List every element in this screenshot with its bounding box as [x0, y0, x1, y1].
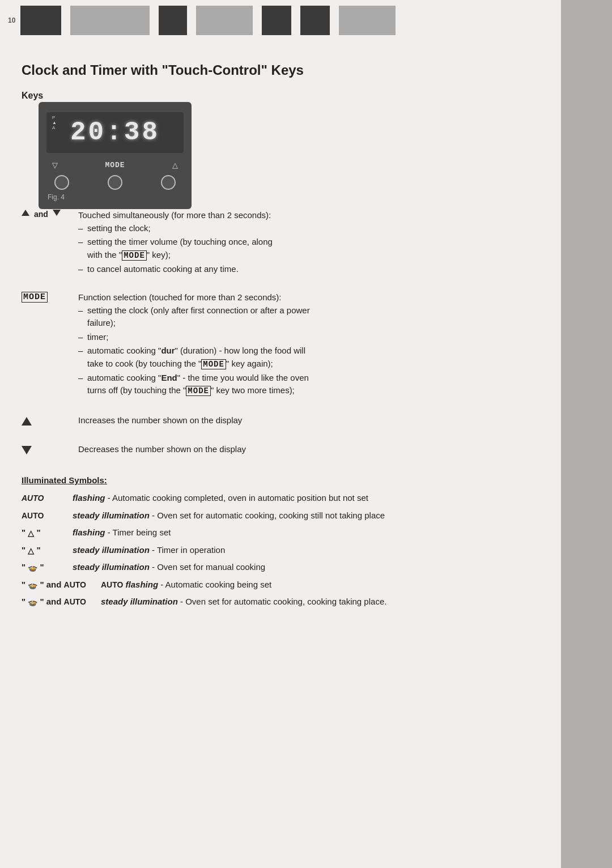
header-block-gap-6 [332, 6, 337, 35]
header-block-sequence [20, 6, 396, 35]
key-row-up-down: and Touched simultaneously (for more tha… [22, 209, 550, 276]
keys-section: Keys P ▲ A 20:38 ▽ MODE [22, 91, 550, 462]
single-key-desc-up: Increases the number shown on the displa… [78, 414, 242, 427]
btn-down-label: ▽ [52, 161, 58, 169]
header-block-gap-3 [189, 6, 194, 35]
illu-style-6: flashing [126, 580, 159, 589]
illu-desc-4: steady illumination - Timer in operation [73, 544, 550, 557]
pot-icon-3: 🍲 [28, 598, 37, 607]
btn-down-area: ▽ [52, 161, 58, 169]
indicator-a: A [52, 126, 57, 130]
illu-style-7: steady illumination [101, 597, 178, 606]
auto-badge-4: AUTO [64, 597, 86, 606]
illu-sym-6: " 🍲 " and AUTO [22, 578, 101, 592]
mode-sym-inline-1: MODE [122, 250, 147, 261]
key-symbol-mode: MODE [22, 291, 78, 303]
illu-sym-2: AUTO [22, 509, 73, 522]
key-symbol-up-down: and [22, 209, 78, 219]
indicator-p: P [52, 116, 57, 120]
page-title: Clock and Timer with "Touch-Control" Key… [22, 62, 550, 78]
single-key-row-down: Decreases the number shown on the displa… [22, 443, 550, 456]
illu-row-3: " △ " flashing - Timer being set [22, 526, 550, 539]
auto-label-6: AUTO [101, 580, 123, 589]
mode-sym-inline-2: MODE [201, 359, 226, 369]
single-key-sym-down [22, 443, 78, 456]
circle-center [108, 175, 122, 190]
circle-right [161, 175, 176, 190]
triangle-down-large-icon [22, 446, 32, 454]
btn-up-label: △ [172, 161, 178, 169]
and-text: and [32, 210, 50, 219]
auto-badge-1: AUTO [22, 493, 44, 503]
triangle-up-large-icon [22, 417, 32, 426]
illu-row-2: AUTO steady illumination - Oven set for … [22, 509, 550, 522]
header-block-2 [70, 6, 150, 35]
auto-badge-2: AUTO [22, 511, 44, 520]
illu-style-4: steady illumination [73, 545, 150, 555]
header-block-4 [196, 6, 253, 35]
mode-desc-item-2: timer; [78, 331, 322, 344]
illuminated-title: Illuminated Symbols: [22, 475, 550, 485]
key-desc-item-3: to cancel automatic cooking at any time. [78, 263, 550, 276]
illu-style-3: flashing [73, 527, 105, 537]
key-desc-up-down: Touched simultaneously (for more than 2 … [78, 209, 550, 276]
figure-area: P ▲ A 20:38 ▽ MODE △ [39, 102, 192, 209]
illu-row-6: " 🍲 " and AUTO AUTO flashing - Automatic… [22, 578, 550, 592]
mode-symbol: MODE [22, 292, 48, 303]
triangle-down-icon [53, 210, 61, 216]
dur-bold: dur [161, 346, 175, 355]
figure-label: Fig. 4 [46, 193, 184, 201]
illu-sym-7: " 🍲 " and AUTO [22, 595, 101, 609]
illu-style-2: steady illumination [73, 510, 150, 520]
illu-row-4: " △ " steady illumination - Timer in ope… [22, 544, 550, 557]
display-box: P ▲ A 20:38 ▽ MODE △ [39, 102, 192, 209]
illu-row-7: " 🍲 " and AUTO steady illumination - Ove… [22, 595, 550, 609]
display-time: 20:38 [70, 118, 160, 147]
page-number: 10 [8, 16, 15, 24]
mode-desc-list: setting the clock (only after first conn… [78, 304, 322, 398]
header-block-5 [262, 6, 291, 35]
illu-desc-2: steady illumination - Oven set for autom… [73, 509, 550, 522]
header-block-3 [159, 6, 187, 35]
illu-desc-1: flashing - Automatic cooking completed, … [73, 492, 550, 505]
mode-desc-item-1: setting the clock (only after first conn… [78, 304, 322, 330]
header-bar: 10 [0, 0, 612, 41]
btn-mode-label: MODE [105, 161, 125, 169]
main-content: Clock and Timer with "Touch-Control" Key… [0, 41, 612, 636]
illu-row-1: AUTO flashing - Automatic cooking comple… [22, 492, 550, 505]
keys-label: Keys [22, 91, 550, 101]
circle-left [54, 175, 69, 190]
btn-mode-area: MODE [105, 161, 125, 169]
display-circles [46, 175, 184, 190]
mode-desc-item-4: automatic cooking "End" - the time you w… [78, 372, 322, 398]
display-indicators: P ▲ A [52, 116, 57, 130]
illuminated-section: Illuminated Symbols: AUTO flashing - Aut… [22, 475, 550, 609]
single-key-row-up: Increases the number shown on the displa… [22, 414, 550, 427]
key-desc-list: setting the clock; setting the timer vol… [78, 222, 550, 276]
pot-icon-1: 🍲 [28, 563, 37, 572]
illu-desc-3: flashing - Timer being set [73, 526, 550, 539]
header-block-7 [339, 6, 396, 35]
header-block-gap-5 [294, 6, 298, 35]
illu-sym-4: " △ " [22, 544, 73, 557]
end-bold: End [161, 373, 177, 382]
mode-desc-intro: Function selection (touched for more tha… [78, 292, 282, 302]
pot-icon-2: 🍲 [28, 580, 37, 589]
single-key-desc-down: Decreases the number shown on the displa… [78, 443, 246, 456]
btn-up-area: △ [172, 161, 178, 169]
auto-badge-3: AUTO [64, 580, 86, 589]
illu-desc-7: steady illumination - Oven set for autom… [101, 595, 550, 609]
header-block-gap-2 [152, 6, 156, 35]
illu-desc-6: AUTO flashing - Automatic cooking being … [101, 578, 550, 592]
key-desc-item-1: setting the clock; [78, 222, 550, 235]
illu-row-5: " 🍲 " steady illumination - Oven set for… [22, 561, 550, 574]
key-desc-mode: Function selection (touched for more tha… [78, 291, 322, 398]
display-screen: P ▲ A 20:38 [46, 112, 184, 153]
header-block-6 [300, 6, 330, 35]
bell-icon-2: △ [28, 546, 34, 555]
triangle-up-icon [22, 210, 29, 216]
indicator-auto: ▲ [52, 121, 57, 125]
illu-sym-1: AUTO [22, 492, 73, 505]
header-block-gap-4 [255, 6, 260, 35]
header-block-1 [20, 6, 61, 35]
